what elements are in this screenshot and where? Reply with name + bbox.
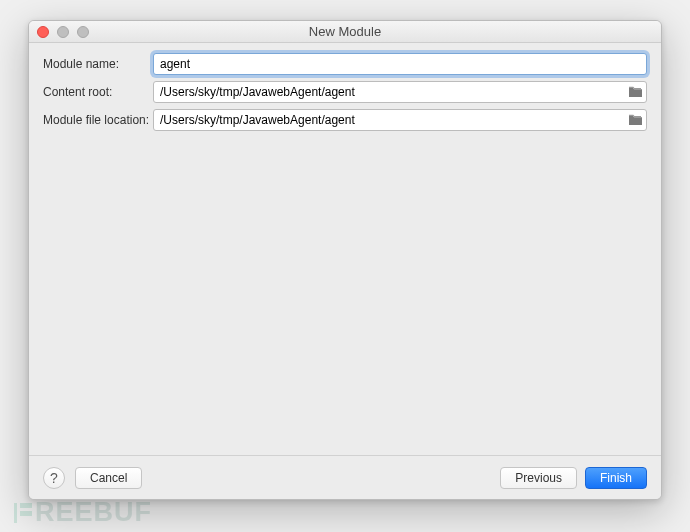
help-icon: ? [50, 470, 58, 486]
module-name-input[interactable] [153, 53, 647, 75]
dialog-content: Module name: Content root: Module file l… [29, 43, 661, 455]
close-icon[interactable] [37, 26, 49, 38]
module-name-row: Module name: [43, 53, 647, 75]
cancel-button[interactable]: Cancel [75, 467, 142, 489]
watermark-logo-icon [12, 500, 32, 526]
dialog-footer: ? Cancel Previous Finish [29, 455, 661, 499]
folder-browse-icon[interactable] [627, 85, 643, 99]
traffic-lights [29, 26, 89, 38]
svg-rect-1 [20, 503, 32, 508]
previous-button[interactable]: Previous [500, 467, 577, 489]
content-root-row: Content root: [43, 81, 647, 103]
minimize-icon [57, 26, 69, 38]
watermark-text: REEBUF [35, 497, 152, 528]
module-file-location-row: Module file location: [43, 109, 647, 131]
titlebar: New Module [29, 21, 661, 43]
help-button[interactable]: ? [43, 467, 65, 489]
module-file-location-label: Module file location: [43, 113, 153, 127]
content-root-input[interactable] [153, 81, 647, 103]
folder-browse-icon[interactable] [627, 113, 643, 127]
finish-button[interactable]: Finish [585, 467, 647, 489]
module-file-location-input[interactable] [153, 109, 647, 131]
dialog-window: New Module Module name: Content root: [28, 20, 662, 500]
window-title: New Module [29, 24, 661, 39]
svg-rect-2 [20, 511, 32, 516]
watermark: REEBUF [12, 497, 152, 528]
content-root-label: Content root: [43, 85, 153, 99]
module-name-label: Module name: [43, 57, 153, 71]
maximize-icon [77, 26, 89, 38]
svg-rect-0 [14, 503, 17, 523]
